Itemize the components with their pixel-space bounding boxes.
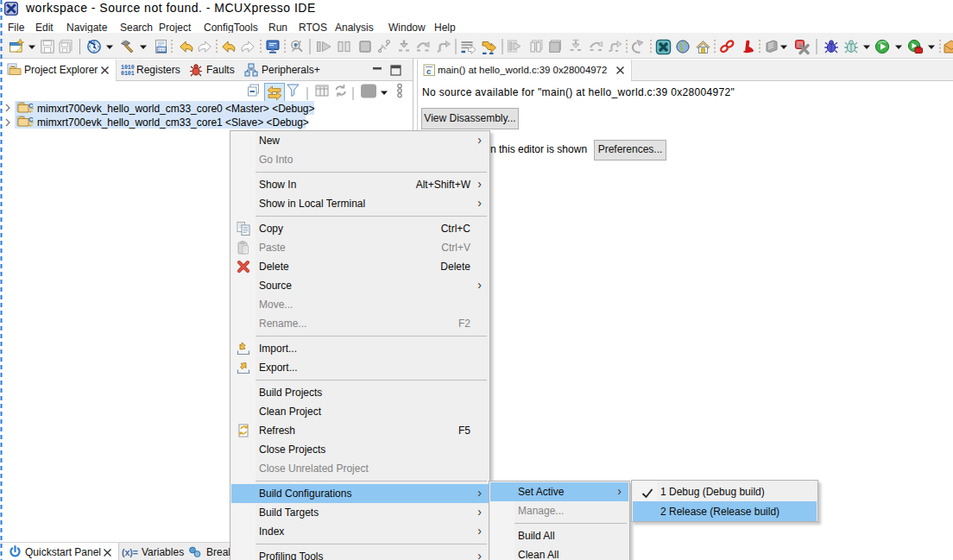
- svg-text:c: c: [426, 66, 431, 76]
- svg-text:0101: 0101: [121, 71, 135, 76]
- svg-text:010: 010: [158, 47, 166, 53]
- svg-text:C: C: [28, 116, 34, 123]
- svg-text:1010: 1010: [121, 65, 135, 71]
- svg-text:C: C: [28, 102, 34, 110]
